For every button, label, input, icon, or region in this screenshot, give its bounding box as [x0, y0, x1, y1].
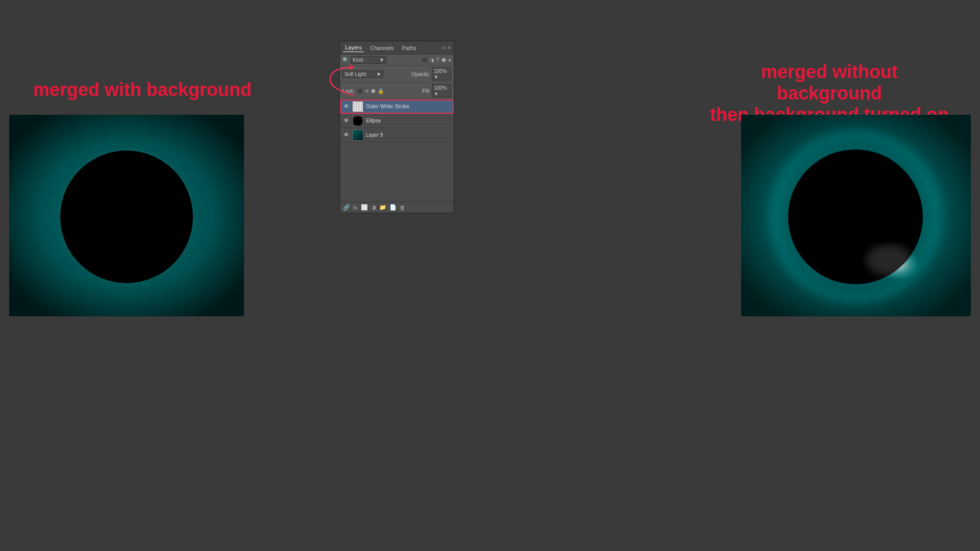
tab-channels[interactable]: Channels — [368, 44, 396, 52]
panel-bottom-toolbar: 🔗 fx ⬜ ◑ 📁 📄 🗑 — [340, 202, 454, 213]
panel-header-icons: » ≡ — [443, 45, 451, 51]
fx-icon[interactable]: fx — [353, 205, 358, 211]
left-canvas — [9, 115, 244, 316]
tab-layers[interactable]: Layers — [343, 43, 364, 52]
panel-menu-icon[interactable]: ≡ — [448, 45, 451, 51]
layer-visibility-icon-1[interactable]: 👁 — [342, 103, 350, 110]
layer-thumb-1 — [352, 101, 363, 112]
kind-filter-row: 🔍 Kind ▼ ⬛ ◑ T ⬟ ● — [340, 55, 454, 66]
lock-position-icon[interactable]: ✛ — [365, 88, 369, 94]
adjustment-layer-icon[interactable]: ◑ — [371, 204, 376, 211]
layer-row-layer9[interactable]: 👁 Layer 9 — [340, 128, 454, 142]
blend-opacity-row: Soft Light ▼ Opacity: 100% ▼ — [340, 66, 454, 83]
left-canvas-label: merged with background — [33, 79, 252, 101]
tab-paths[interactable]: Paths — [400, 44, 419, 52]
layer-name-2: Ellipse — [366, 118, 451, 123]
kind-dropdown[interactable]: Kind ▼ — [351, 56, 386, 64]
shape-filter-icon[interactable]: ⬟ — [442, 57, 446, 63]
layers-panel: Layers Channels Paths » ≡ 🔍 Kind ▼ ⬛ ◑ T… — [339, 41, 454, 213]
layer-row-outer-white-stroke[interactable]: 👁 Outer White Stroke — [340, 99, 454, 114]
panel-tabs-row: Layers Channels Paths » ≡ — [340, 41, 454, 55]
layers-list: 👁 Outer White Stroke 👁 Ellipse 👁 Layer 9 — [340, 99, 454, 202]
smart-filter-icon[interactable]: ● — [448, 57, 451, 63]
lock-pixel-icon[interactable]: ⬛ — [357, 88, 363, 94]
layer-name-1: Outer White Stroke — [366, 104, 451, 109]
adjustment-filter-icon[interactable]: ◑ — [430, 57, 434, 63]
pixel-filter-icon[interactable]: ⬛ — [422, 57, 428, 63]
layer-row-ellipse[interactable]: 👁 Ellipse — [340, 114, 454, 128]
link-icon[interactable]: 🔗 — [343, 204, 350, 211]
new-layer-icon[interactable]: 📄 — [389, 204, 397, 211]
layer-name-3: Layer 9 — [366, 132, 451, 138]
type-filter-icon[interactable]: T — [436, 57, 439, 63]
svg-point-8 — [866, 245, 912, 276]
lock-fill-row: Lock: ⬛ ✛ ⬟ 🔒 Fill: 100% ▼ — [340, 83, 454, 99]
expand-icon[interactable]: » — [443, 45, 446, 51]
group-icon[interactable]: 📁 — [379, 204, 386, 211]
layer-visibility-icon-3[interactable]: 👁 — [342, 132, 350, 139]
layer-visibility-icon-2[interactable]: 👁 — [342, 117, 350, 124]
fill-row: Fill: 100% ▼ — [422, 84, 451, 97]
lock-label: Lock: — [342, 88, 355, 94]
layer-thumb-3 — [352, 130, 363, 141]
svg-point-2 — [60, 151, 193, 283]
add-mask-icon[interactable]: ⬜ — [361, 204, 368, 211]
filter-icons-row: ⬛ ◑ T ⬟ ● — [422, 57, 451, 63]
search-icon: 🔍 — [342, 57, 349, 63]
lock-artboard-icon[interactable]: ⬟ — [371, 88, 376, 94]
opacity-input[interactable]: 100% ▼ — [432, 67, 451, 81]
opacity-row: Opacity: 100% ▼ — [411, 67, 451, 81]
fill-input[interactable]: 100% ▼ — [432, 84, 451, 97]
layer-thumb-2 — [352, 115, 363, 127]
lock-all-icon[interactable]: 🔒 — [378, 88, 384, 94]
opacity-label: Opacity: — [411, 71, 430, 77]
fill-label: Fill: — [422, 88, 430, 94]
right-canvas — [741, 115, 971, 316]
blend-mode-dropdown[interactable]: Soft Light ▼ — [342, 70, 383, 78]
delete-layer-icon[interactable]: 🗑 — [400, 205, 405, 211]
